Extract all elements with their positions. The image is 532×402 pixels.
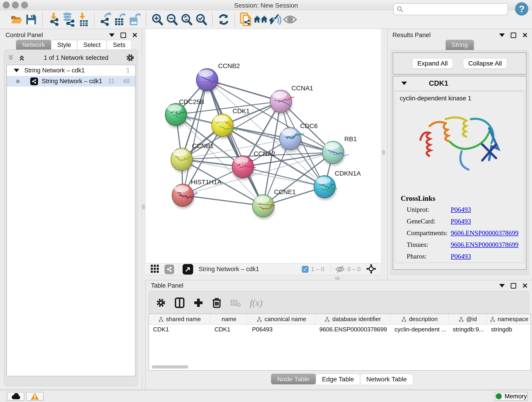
hide-selected-button[interactable] — [268, 12, 283, 27]
import-network-button[interactable] — [46, 12, 61, 27]
panel-float-icon[interactable] — [511, 283, 516, 288]
network-edge-CCNE1-HIST1H1A[interactable] — [183, 195, 263, 206]
panel-menu-icon[interactable] — [499, 284, 505, 287]
zoom-selected-button[interactable] — [194, 12, 209, 27]
panel-close-icon[interactable]: ✕ — [132, 32, 138, 38]
node-table[interactable]: shared namenamecanonical namedatabase id… — [149, 314, 531, 370]
network-node-CCNB1[interactable]: CCNB1 — [171, 142, 214, 173]
tab-sets[interactable]: Sets — [107, 40, 132, 50]
tab-select[interactable]: Select — [77, 40, 107, 50]
column-header-id[interactable]: @id — [449, 314, 487, 324]
home-button[interactable] — [253, 12, 268, 27]
panel-float-icon[interactable] — [511, 32, 516, 38]
panel-close-icon[interactable]: ✕ — [522, 283, 528, 288]
memory-button[interactable]: Memory — [495, 392, 528, 401]
network-canvas[interactable]: CCNB2CCNA1CDC25BCDK1CDC6RB1CCNB1CCNA2CDK… — [145, 29, 381, 263]
tab-string[interactable]: String — [445, 40, 474, 50]
network-node-CDKN1A[interactable]: CDKN1A — [314, 170, 361, 200]
tab-network-table[interactable]: Network Table — [360, 374, 413, 384]
zoom-out-button[interactable] — [165, 12, 179, 27]
export-table-button[interactable] — [113, 12, 127, 27]
zoom-fit-button[interactable] — [179, 12, 194, 27]
table-cell[interactable]: stringdb:9... — [449, 325, 487, 335]
table-row[interactable]: CDK1CDK1P064939606.ENSP00000378699cyclin… — [149, 325, 531, 335]
crosslink-link[interactable]: 9606.ENSP00000378699 — [451, 229, 519, 237]
warnings-button[interactable] — [26, 392, 44, 401]
crosslink-link[interactable]: 9606.ENSP00000378699 — [451, 241, 519, 249]
tab-style[interactable]: Style — [51, 40, 77, 50]
export-network-button[interactable] — [98, 12, 113, 27]
cloud-button[interactable] — [7, 392, 24, 401]
selected-checkbox-icon[interactable]: ✓ — [302, 266, 309, 273]
network-node-RB1[interactable]: RB1 — [322, 135, 357, 166]
expand-all-button[interactable]: Expand All — [412, 58, 453, 69]
collapse-all-icon[interactable] — [7, 54, 15, 61]
table-cell[interactable]: CDK1 — [149, 325, 210, 335]
network-node-CDC25B[interactable]: CDC25B — [165, 98, 204, 128]
collapse-all-button[interactable]: Collapse All — [463, 58, 507, 69]
grid-view-button[interactable] — [150, 264, 159, 274]
show-columns-icon[interactable] — [175, 297, 185, 308]
export-image-button[interactable] — [127, 12, 142, 27]
panel-float-icon[interactable] — [120, 32, 126, 38]
gene-section-collapse-icon[interactable] — [401, 82, 407, 85]
search-box[interactable] — [393, 3, 508, 15]
network-collection-row[interactable]: String Network – cdk1 1 — [7, 65, 135, 76]
open-in-window-button[interactable] — [183, 264, 193, 274]
table-cell[interactable]: CDK1 — [210, 325, 248, 335]
add-column-icon[interactable] — [193, 298, 203, 308]
delete-table-icon[interactable] — [230, 298, 241, 307]
expand-all-icon[interactable] — [19, 54, 26, 61]
right-splitter-handle[interactable] — [382, 150, 385, 155]
network-edge-CCNB2-HIST1H1A[interactable] — [183, 80, 207, 195]
tab-edge-table[interactable]: Edge Table — [316, 374, 360, 384]
network-node-HIST1H1A[interactable]: HIST1H1A — [172, 179, 222, 209]
network-node-CCNB2[interactable]: CCNB2 — [196, 62, 240, 93]
zoom-in-button[interactable] — [150, 12, 165, 27]
panel-close-icon[interactable]: ✕ — [522, 32, 528, 38]
table-cell[interactable]: P06493 — [248, 325, 315, 335]
help-button[interactable]: ? — [515, 2, 528, 16]
options-gear-icon[interactable] — [126, 53, 134, 62]
column-header-databaseidentifier[interactable]: database identifier — [315, 314, 390, 324]
save-session-button[interactable] — [24, 12, 38, 27]
panel-menu-icon[interactable] — [109, 33, 114, 37]
tab-network[interactable]: Network — [16, 40, 51, 50]
crosslink-link[interactable]: P06493 — [451, 206, 471, 213]
crosslink-link[interactable]: P06493 — [451, 253, 471, 260]
refresh-button[interactable] — [216, 12, 231, 27]
panel-menu-icon[interactable] — [499, 33, 505, 37]
import-network-from-database-button[interactable] — [61, 12, 76, 27]
fit-content-button[interactable] — [366, 264, 376, 275]
column-header-canonicalname[interactable]: canonical name — [248, 314, 315, 324]
collection-expand-icon[interactable] — [14, 69, 19, 72]
network-row[interactable]: String Network – cdk1 11 48 — [7, 76, 135, 87]
tab-node-table[interactable]: Node Table — [271, 374, 316, 384]
show-all-button[interactable] — [283, 12, 298, 27]
duplicate-network-button[interactable] — [239, 12, 253, 27]
scrollbar-thumb[interactable] — [152, 365, 188, 369]
horizontal-splitter-handle[interactable] — [335, 277, 340, 280]
table-options-gear-icon[interactable] — [156, 298, 166, 308]
crosslink-link[interactable]: P06493 — [451, 217, 471, 225]
function-builder-button[interactable]: f(x) — [250, 298, 263, 308]
column-header-sharedname[interactable]: shared name — [149, 314, 210, 324]
column-header-namespace[interactable]: namespace — [487, 314, 531, 324]
table-cell[interactable]: cyclin-dependent ... — [390, 325, 449, 335]
network-view-type-button[interactable] — [165, 264, 174, 274]
table-cell[interactable]: stringdb — [487, 325, 531, 335]
hidden-eye-icon[interactable] — [335, 265, 345, 274]
horizontal-scrollbar[interactable] — [149, 365, 531, 370]
open-session-button[interactable] — [9, 12, 24, 27]
table-cell[interactable]: 9606.ENSP00000378699 — [315, 325, 390, 335]
column-header-description[interactable]: description — [390, 314, 449, 324]
left-splitter-handle[interactable] — [142, 204, 145, 210]
network-node-CCNE1[interactable]: CCNE1 — [253, 188, 296, 219]
network-node-CCNA1[interactable]: CCNA1 — [270, 85, 313, 115]
network-graph[interactable]: CCNB2CCNA1CDC25BCDK1CDC6RB1CCNB1CCNA2CDK… — [146, 29, 381, 263]
delete-column-icon[interactable] — [212, 297, 221, 308]
network-edge-CCNB2-CCNE1[interactable] — [207, 80, 263, 206]
column-header-name[interactable]: name — [210, 314, 248, 324]
search-input[interactable] — [404, 6, 502, 13]
import-table-button[interactable] — [76, 12, 90, 27]
